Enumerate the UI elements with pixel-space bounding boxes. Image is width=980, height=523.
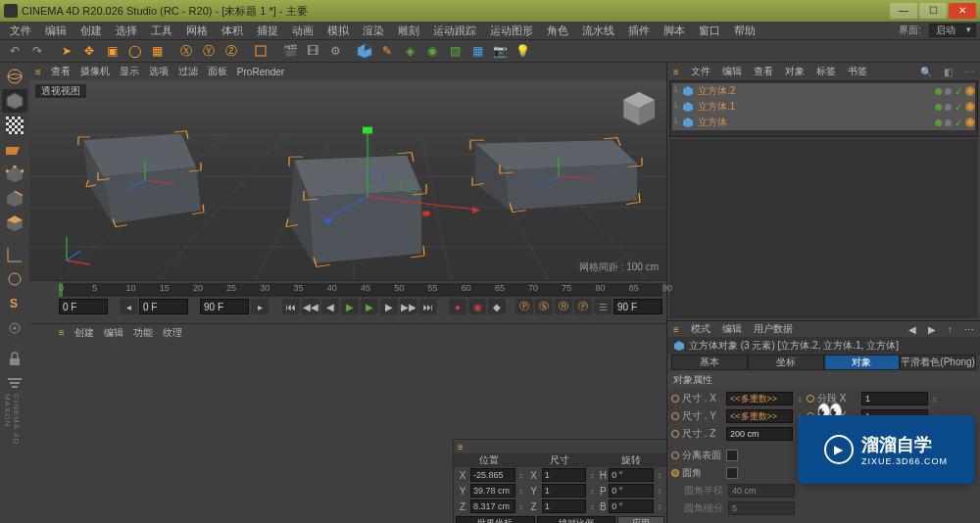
- nurbs-button[interactable]: ◈: [399, 41, 420, 61]
- prev-frame-button[interactable]: ◀: [321, 299, 339, 314]
- coord-apply-button[interactable]: 应用: [617, 516, 664, 523]
- sep-surface-checkbox[interactable]: [726, 450, 738, 461]
- undo-button[interactable]: ↶: [4, 41, 25, 61]
- current-frame-input[interactable]: [59, 299, 108, 314]
- material-tab[interactable]: 功能: [133, 326, 153, 340]
- render-view-button[interactable]: 🎬: [279, 41, 301, 61]
- attr-subtab[interactable]: 平滑着色(Phong): [900, 355, 976, 370]
- enable-check[interactable]: ✓: [955, 102, 962, 113]
- menu-流水线[interactable]: 流水线: [576, 23, 620, 39]
- om-tab[interactable]: 标签: [816, 65, 836, 78]
- light-button[interactable]: 💡: [512, 41, 533, 61]
- visibility-dot[interactable]: [935, 88, 942, 95]
- attr-tab[interactable]: 模式: [691, 322, 710, 336]
- om-tab[interactable]: 文件: [691, 65, 710, 78]
- end-frame-input[interactable]: [613, 299, 662, 314]
- edge-mode-button[interactable]: [2, 187, 27, 211]
- pos-input[interactable]: 8.317 cm: [470, 499, 515, 513]
- workplane-button[interactable]: [2, 138, 27, 162]
- deformer-button[interactable]: ▧: [444, 41, 466, 61]
- axis-z-button[interactable]: Ⓩ: [220, 41, 242, 61]
- rot-input[interactable]: 0 °: [609, 499, 654, 513]
- range-end-input[interactable]: [200, 299, 249, 314]
- menu-脚本[interactable]: 脚本: [658, 23, 691, 39]
- size-input[interactable]: 200 cm: [726, 427, 793, 441]
- attr-subtab[interactable]: 基本: [671, 355, 748, 370]
- menu-渲染[interactable]: 渲染: [357, 23, 390, 39]
- rot-input[interactable]: 0 °: [609, 484, 654, 498]
- key-scale-button[interactable]: Ⓢ: [535, 299, 553, 314]
- menu-插件[interactable]: 插件: [622, 23, 656, 39]
- recent-tool[interactable]: ▦: [146, 41, 168, 61]
- attr-tab[interactable]: 编辑: [722, 322, 742, 336]
- range-end-button[interactable]: ▸: [251, 299, 269, 314]
- visibility-dot[interactable]: [935, 119, 942, 126]
- play-back-button[interactable]: ▶: [341, 299, 359, 314]
- model-mode-button[interactable]: [2, 89, 27, 113]
- vp-menu-item[interactable]: 面板: [208, 65, 227, 78]
- attr-nav-icon[interactable]: ◀: [908, 324, 916, 335]
- menu-文件[interactable]: 文件: [4, 23, 37, 39]
- phong-tag[interactable]: [965, 86, 975, 96]
- attr-nav-icon[interactable]: ↑: [948, 324, 953, 335]
- material-tab[interactable]: 编辑: [104, 326, 123, 340]
- menu-创建[interactable]: 创建: [74, 23, 108, 39]
- om-tab[interactable]: 书签: [848, 65, 867, 78]
- menu-运动图形[interactable]: 运动图形: [484, 23, 539, 39]
- material-tab[interactable]: 创建: [74, 326, 94, 340]
- generator-button[interactable]: ◉: [421, 41, 443, 61]
- om-object-row[interactable]: └立方体✓: [672, 115, 975, 130]
- segment-input[interactable]: 1: [861, 392, 928, 405]
- menu-运动跟踪[interactable]: 运动跟踪: [427, 23, 482, 39]
- key-pos-button[interactable]: Ⓟ: [515, 299, 533, 314]
- vp-menu-item[interactable]: 查看: [51, 65, 71, 78]
- vp-menu-item[interactable]: 过滤: [178, 65, 198, 78]
- nav-cube[interactable]: [617, 86, 661, 129]
- range-start-input[interactable]: [139, 299, 188, 314]
- cube-primitive-button[interactable]: [354, 41, 375, 61]
- render-settings-button[interactable]: ⚙: [324, 41, 346, 61]
- select-tool[interactable]: ➤: [56, 41, 77, 61]
- rotate-tool[interactable]: ◯: [123, 41, 145, 61]
- axis-y-button[interactable]: Ⓨ: [198, 41, 220, 61]
- viewport-solo-button[interactable]: [2, 267, 27, 291]
- maximize-button[interactable]: ☐: [919, 3, 947, 19]
- keyframe-sel-button[interactable]: ◆: [488, 299, 506, 314]
- menu-编辑[interactable]: 编辑: [39, 23, 73, 39]
- workplane-snap-button[interactable]: [2, 316, 27, 340]
- size-input[interactable]: <<多重数>>: [726, 409, 793, 423]
- attr-subtab[interactable]: 坐标: [748, 355, 824, 370]
- vp-menu-item[interactable]: 选项: [149, 65, 169, 78]
- om-tool-icon[interactable]: ⋯: [964, 67, 974, 77]
- render-dot[interactable]: [945, 119, 952, 126]
- material-tab[interactable]: 纹理: [163, 326, 182, 340]
- next-frame-button[interactable]: ▶: [380, 299, 398, 314]
- size-input[interactable]: <<多重数>>: [726, 392, 793, 405]
- filter-button[interactable]: [2, 372, 27, 396]
- render-region-button[interactable]: 🎞: [302, 41, 323, 61]
- enable-check[interactable]: ✓: [955, 86, 962, 97]
- pen-tool-button[interactable]: ✎: [376, 41, 398, 61]
- render-dot[interactable]: [945, 88, 952, 95]
- attr-nav-icon[interactable]: ▶: [928, 324, 936, 335]
- axis-x-button[interactable]: Ⓧ: [175, 41, 197, 61]
- make-editable-button[interactable]: [2, 65, 27, 88]
- pos-input[interactable]: -25.865 cm: [470, 468, 515, 482]
- time-ruler[interactable]: 051015202530354045505560657075808590: [59, 283, 662, 297]
- menu-窗口[interactable]: 窗口: [693, 23, 726, 39]
- om-tool-icon[interactable]: 🔍: [920, 67, 932, 77]
- scale-tool[interactable]: ▣: [101, 41, 122, 61]
- vp-menu-item[interactable]: ProRender: [237, 67, 284, 77]
- menu-体积[interactable]: 体积: [216, 23, 249, 39]
- range-start-button[interactable]: ◂: [120, 299, 137, 314]
- size-input[interactable]: 1: [542, 499, 587, 513]
- move-tool[interactable]: ✥: [78, 41, 100, 61]
- key-param-button[interactable]: Ⓟ: [574, 299, 592, 314]
- render-dot[interactable]: [945, 104, 952, 111]
- attr-subtab[interactable]: 对象: [824, 355, 901, 370]
- goto-end-button[interactable]: ⏭: [419, 299, 437, 314]
- axis-widget[interactable]: [59, 229, 98, 268]
- minimize-button[interactable]: —: [890, 3, 917, 19]
- fillet-sub-input[interactable]: 5: [728, 501, 795, 515]
- polygon-mode-button[interactable]: [2, 212, 27, 235]
